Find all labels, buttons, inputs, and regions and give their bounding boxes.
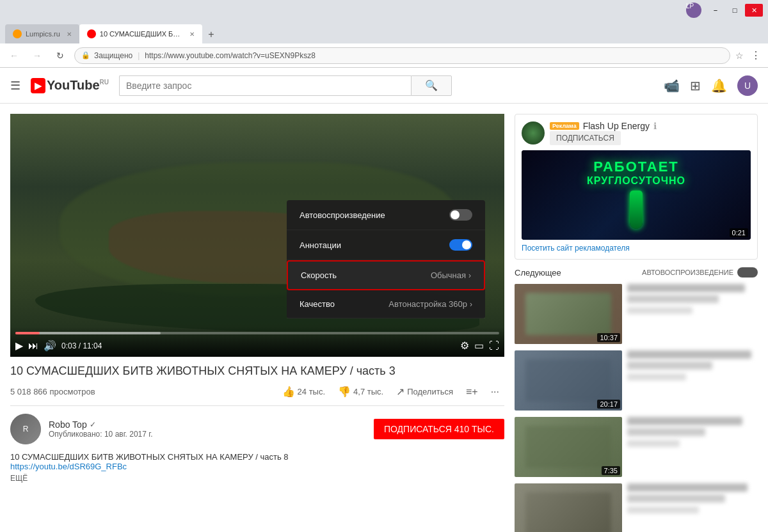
share-button[interactable]: ↗ Поделиться [391,383,458,400]
sidebar-video-3[interactable]: 7:35 [515,417,758,477]
ad-channel-name: Flash Up Energy [583,121,650,131]
channel-info: Robo Top ✓ Опубликовано: 10 авг. 2017 г. [49,419,366,439]
sidebar-thumb-3-blur [525,426,611,468]
video-stats: 5 018 866 просмотров 👍 24 тыс. 👎 4,7 тыс… [10,383,504,406]
search-bar: 🔍 [119,75,452,96]
tab-youtube[interactable]: 10 СУМАСШЕДШИХ БИ... ✕ [79,24,202,43]
autoplay-toggle-sidebar[interactable] [737,267,758,278]
ad-title-row: Реклама Flash Up Energy ℹ [550,121,657,131]
publish-date: Опубликовано: 10 авг. 2017 г. [49,430,366,439]
sidebar-video-2[interactable]: 20:17 [515,350,758,411]
ad-subscribe-button[interactable]: ПОДПИСАТЬСЯ [550,131,621,145]
share-icon: ↗ [396,386,404,398]
description-link[interactable]: https://youtu.be/dSR69G_RFBc [10,462,127,471]
user-avatar[interactable]: U [737,75,758,96]
progress-bar[interactable] [15,332,499,334]
video-camera-icon[interactable]: 📹 [664,78,680,93]
hamburger-menu[interactable]: ☰ [10,79,20,93]
theater-button[interactable]: ▭ [474,340,484,352]
ad-avatar[interactable] [522,121,545,145]
browser-menu-button[interactable]: ⋮ [749,49,763,61]
add-to-playlist-button[interactable]: ≡+ [461,384,483,400]
minimize-button[interactable]: − [707,4,724,17]
ad-thumb-text-line1: РАБОТАЕТ [587,159,685,175]
volume-button[interactable]: 🔊 [44,340,56,352]
video-controls: ▶ ⏭ 🔊 0:03 / 11:04 ⚙ ▭ ⛶ [10,327,504,357]
video-description: 10 СУМАСШЕДШИХ БИТВ ЖИВОТНЫХ СНЯТЫХ НА К… [10,452,504,483]
next-section-header: Следующее АВТОВОСПРОИЗВЕДЕНИЕ [515,267,758,278]
sidebar-video-3-duration: 7:35 [602,466,620,475]
sidebar-thumb-2-blur [525,359,611,402]
sidebar-video-4-title2 [627,494,725,503]
tab-close-youtube[interactable]: ✕ [189,31,195,38]
ad-info-icon[interactable]: ℹ [653,121,657,131]
annotations-label: Аннотации [300,240,341,250]
next-label: Следующее [515,268,561,278]
like-button[interactable]: 👍 24 тыс. [277,383,330,400]
reload-button[interactable]: ↻ [51,47,69,65]
quality-value-display: Автонастройка 360р › [388,299,472,309]
verified-icon: ✓ [90,420,96,429]
autoplay-toggle[interactable] [449,209,472,221]
ad-card: Реклама Flash Up Energy ℹ ПОДПИСАТЬСЯ РА… [515,114,758,260]
sidebar-video-4-title [627,483,748,492]
ad-info: Реклама Flash Up Energy ℹ ПОДПИСАТЬСЯ [550,121,657,145]
channel-avatar[interactable]: R [10,414,41,444]
video-player: Автовоспроизведение Аннотации Скорость О… [10,114,504,357]
settings-annotations[interactable]: Аннотации [287,230,485,260]
ad-thumbnail[interactable]: РАБОТАЕТ КРУГЛОСУТОЧНО 0:21 [522,150,751,240]
sidebar-video-1-title [627,284,745,292]
back-button[interactable]: ← [5,47,23,65]
show-more-button[interactable]: ЕЩЁ [10,474,504,483]
dislike-button[interactable]: 👎 4,7 тыс. [333,383,388,400]
settings-autoplay[interactable]: Автовоспроизведение [287,200,485,230]
description-text: 10 СУМАСШЕДШИХ БИТВ ЖИВОТНЫХ СНЯТЫХ НА К… [10,452,504,462]
dislike-count: 4,7 тыс. [353,387,383,396]
settings-speed[interactable]: Скорость Обычная › [287,260,485,290]
settings-popup: Автовоспроизведение Аннотации Скорость О… [287,200,485,318]
share-label: Поделиться [407,387,453,396]
notifications-icon[interactable]: 🔔 [711,78,727,93]
annotations-toggle[interactable] [449,239,472,251]
ad-header: Реклама Flash Up Energy ℹ ПОДПИСАТЬСЯ [522,121,751,145]
sidebar-video-1-channel [627,307,692,314]
sidebar: Реклама Flash Up Energy ℹ ПОДПИСАТЬСЯ РА… [515,114,758,522]
apps-grid-icon[interactable]: ⊞ [690,78,701,93]
close-button[interactable]: ✕ [745,4,763,17]
subscribe-button[interactable]: ПОДПИСАТЬСЯ 410 ТЫС. [374,419,504,439]
youtube-logo[interactable]: ▶ YouTubeRU [31,78,109,93]
settings-button[interactable]: ⚙ [460,340,469,352]
time-display: 0:03 / 11:04 [61,341,102,350]
quality-value: Автонастройка 360р [388,299,467,309]
quality-chevron-icon: › [470,300,472,309]
sidebar-video-2-channel [627,373,686,380]
maximize-button[interactable]: □ [726,4,744,17]
search-input[interactable] [119,75,411,96]
sidebar-video-4[interactable] [515,483,758,532]
bookmark-button[interactable]: ☆ [735,51,744,61]
new-tab-button[interactable]: + [202,26,220,43]
play-button[interactable]: ▶ [15,340,23,352]
channel-avatar-img: R [10,414,41,444]
ad-thumb-content: РАБОТАЕТ КРУГЛОСУТОЧНО [587,159,685,231]
search-button[interactable]: 🔍 [411,75,452,96]
url-separator: | [138,51,140,60]
sidebar-video-3-title [627,417,742,425]
ad-visit-link[interactable]: Посетить сайт рекламодателя [522,244,751,253]
url-bar[interactable]: 🔒 Защищено | https://www.youtube.com/wat… [74,47,730,64]
sidebar-video-1[interactable]: 10:37 [515,284,758,344]
next-button[interactable]: ⏭ [28,340,38,352]
tab-lumpics[interactable]: Lumpics.ru ✕ [5,24,79,43]
sidebar-thumb-3: 7:35 [515,417,622,477]
tab-close-lumpics[interactable]: ✕ [67,31,72,38]
header-icons: 📹 ⊞ 🔔 U [664,75,758,96]
time-total: 11:04 [83,341,102,350]
sidebar-thumb-1: 10:37 [515,284,622,344]
more-icon: ··· [491,386,499,398]
fullscreen-button[interactable]: ⛶ [489,340,499,352]
more-button[interactable]: ··· [486,384,504,400]
lock-icon: 🔒 [81,51,90,59]
progress-buffered [15,332,161,334]
settings-quality[interactable]: Качество Автонастройка 360р › [287,290,485,318]
forward-button[interactable]: → [28,47,46,65]
